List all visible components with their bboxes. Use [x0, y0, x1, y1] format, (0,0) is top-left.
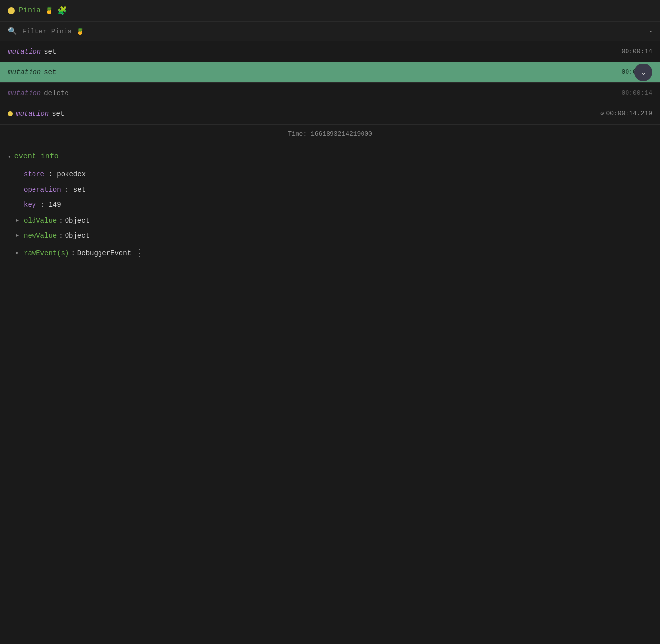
operation-field: operation : set	[24, 184, 652, 196]
filter-dropdown-icon[interactable]: ▾	[649, 29, 652, 34]
mutation-row-delete[interactable]: mutation delete 00:00:14	[0, 83, 660, 103]
clock-icon: ⊙	[600, 110, 604, 117]
mutation-keyword-delete: mutation	[8, 89, 41, 97]
store-separator: :	[48, 170, 57, 178]
collapse-arrow-icon: ▾	[8, 153, 11, 160]
mutation-time-dot: ⊙ 00:00:14.219	[600, 110, 652, 117]
time-info: Time: 1661893214219000	[0, 125, 660, 144]
key-separator: :	[40, 201, 49, 209]
more-options-icon[interactable]: ⋮	[135, 245, 144, 261]
mutation-keyword-active: mutation	[8, 68, 41, 76]
mutation-row[interactable]: mutation set 00:00:14	[0, 41, 660, 62]
mutation-action-dot: set	[52, 110, 64, 118]
operation-value: set	[73, 186, 86, 193]
raw-event-value: DebuggerEvent	[77, 247, 131, 259]
mutation-time: 00:00:14	[622, 48, 652, 55]
status-dot	[8, 111, 13, 116]
new-value-separator: :	[59, 230, 63, 242]
mutation-label-dot: mutation set	[8, 110, 64, 118]
event-info-label: event info	[14, 152, 59, 161]
chevron-down-button[interactable]: ⌄	[634, 64, 652, 81]
mutation-time-delete: 00:00:14	[622, 89, 652, 97]
raw-event-separator: :	[71, 247, 75, 259]
new-value-row[interactable]: ▶ newValue : Object	[24, 230, 652, 242]
time-value-delete: 00:00:14	[622, 89, 652, 97]
operation-separator: :	[65, 186, 73, 193]
old-value-row[interactable]: ▶ oldValue : Object	[24, 215, 652, 227]
time-info-text: Time: 1661893214219000	[288, 130, 372, 138]
raw-event-key: rawEvent(s)	[24, 247, 69, 259]
header: Pinia 🍍 🧩	[0, 0, 660, 22]
search-icon: 🔍	[8, 27, 17, 36]
pinia-emoji: 🍍	[45, 6, 53, 15]
store-field: store : pokedex	[24, 168, 652, 181]
expand-arrow-icon: ▶	[16, 216, 22, 225]
mutation-label-active: mutation set	[8, 68, 56, 76]
mutation-row-active[interactable]: mutation set 00:00:14 ⌄	[0, 62, 660, 83]
key-value: 149	[48, 201, 61, 209]
store-value: pokedex	[57, 170, 86, 178]
mutation-label: mutation set	[8, 48, 56, 56]
search-input[interactable]	[22, 28, 652, 35]
time-value-dot: 00:00:14.219	[606, 110, 652, 117]
mutation-action-delete: delete	[44, 89, 68, 97]
operation-key: operation	[24, 186, 61, 193]
event-section: ▾ event info store : pokedex operation :…	[0, 144, 660, 272]
new-value-key: newValue	[24, 230, 57, 242]
mutation-action: set	[44, 48, 56, 56]
expand-arrow-icon-3: ▶	[16, 249, 22, 258]
mutation-label-delete: mutation delete	[8, 89, 69, 97]
new-value-value: Object	[65, 230, 90, 242]
mutation-action-active: set	[44, 68, 56, 76]
header-dot	[8, 7, 15, 14]
event-content: store : pokedex operation : set key : 14…	[8, 168, 652, 261]
mutation-keyword-dot: mutation	[16, 110, 49, 118]
key-key: key	[24, 201, 36, 209]
event-header[interactable]: ▾ event info	[8, 152, 652, 161]
puzzle-icon: 🧩	[57, 6, 67, 16]
old-value-value: Object	[65, 215, 90, 227]
old-value-separator: :	[59, 215, 63, 227]
store-key: store	[24, 170, 44, 178]
key-field: key : 149	[24, 199, 652, 211]
expand-arrow-icon-2: ▶	[16, 231, 22, 240]
time-value: 00:00:14	[622, 48, 652, 55]
search-bar: 🔍 ▾	[0, 22, 660, 41]
raw-event-row[interactable]: ▶ rawEvent(s) : DebuggerEvent ⋮	[24, 245, 652, 261]
app-title: Pinia	[19, 6, 41, 15]
mutation-row-dot[interactable]: mutation set ⊙ 00:00:14.219	[0, 103, 660, 124]
mutation-keyword: mutation	[8, 48, 41, 56]
old-value-key: oldValue	[24, 215, 57, 227]
mutation-list: mutation set 00:00:14 mutation set 00:00…	[0, 41, 660, 125]
